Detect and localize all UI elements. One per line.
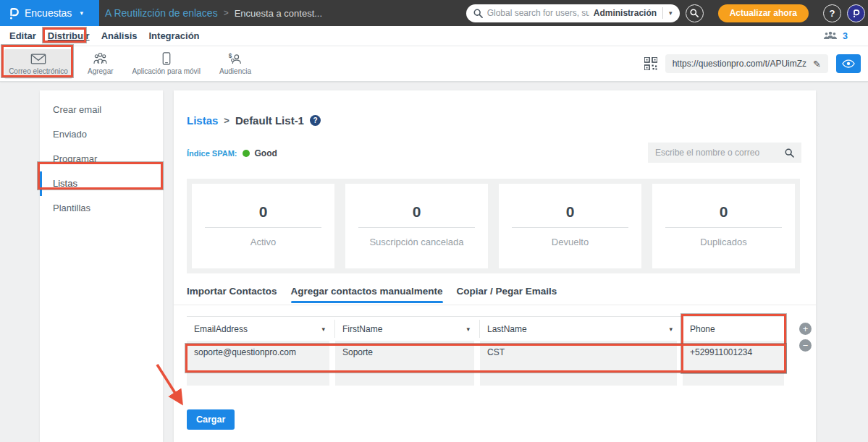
remove-column-button[interactable]: − bbox=[799, 339, 812, 352]
chevron-down-icon[interactable]: ▾ bbox=[669, 9, 673, 17]
contact-firstname-input[interactable] bbox=[335, 341, 474, 363]
survey-nav: Editar Distribuir Análisis Integración 3 bbox=[0, 26, 868, 46]
breadcrumb-separator: > bbox=[224, 115, 229, 126]
collaborators-count: 3 bbox=[843, 31, 848, 41]
stat-card-devuelto: 0 Devuelto bbox=[499, 184, 641, 268]
nav-tab-distribuir[interactable]: Distribuir bbox=[48, 30, 90, 41]
row-tools: + − bbox=[799, 323, 812, 352]
global-search-input[interactable]: Global search for users, surveys, ticket… bbox=[466, 4, 680, 22]
header-search-button[interactable] bbox=[686, 4, 704, 22]
sidebar-item-listas[interactable]: Listas bbox=[40, 171, 163, 196]
stat-label: Duplicados bbox=[652, 237, 795, 247]
contact-email-input[interactable] bbox=[187, 341, 329, 363]
column-header-phone[interactable]: Phone bbox=[683, 317, 784, 341]
chevron-down-icon: ▾ bbox=[466, 326, 470, 333]
envelope-icon bbox=[30, 53, 46, 65]
list-breadcrumb: Listas > Default List-1 ? bbox=[187, 114, 321, 127]
sidebar-item-enviado[interactable]: Enviado bbox=[40, 122, 163, 147]
contact-phone-input[interactable] bbox=[683, 341, 784, 363]
column-label: EmailAddress bbox=[194, 324, 248, 334]
help-button[interactable]: ? bbox=[823, 4, 841, 22]
stat-value: 0 bbox=[192, 203, 334, 221]
distribute-toolbar: Correo electrónico Agregar Aplicación pa… bbox=[0, 46, 868, 82]
upload-contacts-button[interactable]: Cargar bbox=[187, 409, 235, 430]
collaborators-indicator[interactable]: 3 bbox=[823, 31, 848, 41]
breadcrumb: A Reutilizción de enlaces > Encuesta a c… bbox=[105, 7, 322, 19]
update-now-button[interactable]: Actualizar ahora bbox=[718, 4, 809, 22]
share-link-tools: https://questionpro.com/t/APUimZz ✎ bbox=[644, 54, 868, 73]
product-switcher[interactable]: Encuestas ▾ bbox=[0, 0, 99, 26]
contact-lastname-input[interactable] bbox=[480, 363, 677, 386]
list-stats: 0 Activo 0 Suscripción cancelada 0 Devue… bbox=[187, 179, 800, 273]
contact-email-input[interactable] bbox=[187, 363, 329, 386]
qr-code-icon[interactable] bbox=[644, 57, 657, 70]
tab-copiar-pegar-emails[interactable]: Copiar / Pegar Emails bbox=[457, 286, 557, 303]
account-avatar[interactable] bbox=[847, 4, 865, 22]
add-column-button[interactable]: + bbox=[799, 323, 812, 335]
toolbar-item-correo-electronico[interactable]: Correo electrónico bbox=[4, 49, 72, 79]
search-icon[interactable] bbox=[785, 148, 794, 158]
questionpro-avatar-icon bbox=[852, 9, 860, 18]
questionpro-logo-icon bbox=[8, 7, 20, 20]
nav-tab-analisis[interactable]: Análisis bbox=[101, 30, 138, 41]
column-label: LastName bbox=[487, 324, 527, 334]
product-label: Encuestas bbox=[25, 7, 72, 19]
add-contacts-icon bbox=[93, 52, 108, 65]
edit-url-pencil-icon[interactable]: ✎ bbox=[813, 59, 821, 69]
contact-lastname-input[interactable] bbox=[480, 341, 677, 363]
nav-tab-integracion[interactable]: Integración bbox=[149, 30, 200, 41]
spam-index: Índice SPAM: Good bbox=[187, 148, 277, 158]
survey-url-field[interactable]: https://questionpro.com/t/APUimZz ✎ bbox=[665, 54, 828, 73]
sidebar-item-crear-email[interactable]: Crear email bbox=[40, 98, 163, 122]
chevron-down-icon: ▾ bbox=[321, 326, 325, 333]
manual-contacts-table: EmailAddress ▾ FirstName ▾ LastName ▾ Ph… bbox=[187, 316, 784, 386]
search-icon bbox=[473, 9, 483, 18]
lists-panel: Listas > Default List-1 ? Índice SPAM: G… bbox=[174, 90, 816, 442]
preview-survey-button[interactable] bbox=[836, 54, 861, 73]
stat-value: 0 bbox=[499, 203, 641, 221]
stat-label: Activo bbox=[192, 237, 334, 247]
chevron-down-icon: ▾ bbox=[80, 9, 83, 17]
lists-link[interactable]: Listas bbox=[187, 114, 218, 127]
svg-text:$: $ bbox=[229, 53, 232, 59]
divider bbox=[512, 227, 629, 228]
stat-value: 0 bbox=[652, 203, 795, 221]
column-header-lastname[interactable]: LastName ▾ bbox=[480, 317, 677, 341]
survey-url[interactable]: https://questionpro.com/t/APUimZz bbox=[673, 59, 806, 69]
spam-status-dot bbox=[243, 150, 250, 157]
toolbar-item-aplicacion-movil[interactable]: Aplicación para móvil bbox=[123, 49, 211, 79]
toolbar-item-label: Aplicación para móvil bbox=[132, 67, 201, 75]
tab-importar-contactos[interactable]: Importar Contactos bbox=[187, 286, 277, 303]
list-help-icon[interactable]: ? bbox=[310, 115, 321, 126]
mobile-app-icon bbox=[162, 52, 171, 65]
chevron-down-icon: ▾ bbox=[669, 326, 673, 333]
contact-search bbox=[648, 143, 801, 163]
contacts-tabs: Importar Contactos Agregar contactos man… bbox=[187, 286, 557, 303]
contact-search-input[interactable] bbox=[655, 148, 779, 158]
toolbar-item-audiencia[interactable]: $ Audiencia bbox=[210, 49, 261, 79]
tab-agregar-contactos-manualmente[interactable]: Agregar contactos manualmente bbox=[291, 286, 443, 303]
sidebar-item-programar[interactable]: Programar bbox=[40, 147, 163, 171]
spam-index-label: Índice SPAM: bbox=[187, 149, 237, 158]
toolbar-item-agregar[interactable]: Agregar bbox=[78, 49, 123, 79]
toolbar-item-label: Correo electrónico bbox=[9, 67, 68, 75]
nav-tab-editar[interactable]: Editar bbox=[9, 30, 36, 41]
column-label: Phone bbox=[690, 324, 715, 334]
search-icon bbox=[690, 9, 699, 17]
column-header-emailaddress[interactable]: EmailAddress ▾ bbox=[187, 317, 329, 341]
breadcrumb-folder-link[interactable]: A Reutilizción de enlaces bbox=[105, 7, 218, 19]
stat-label: Devuelto bbox=[499, 237, 641, 247]
divider bbox=[174, 305, 816, 305]
sidebar-item-plantillas[interactable]: Plantillas bbox=[40, 196, 163, 221]
header-actions: Global search for users, surveys, ticket… bbox=[466, 0, 865, 26]
stat-card-activo: 0 Activo bbox=[192, 184, 334, 268]
list-name: Default List-1 bbox=[235, 114, 304, 127]
top-header: Encuestas ▾ A Reutilizción de enlaces > … bbox=[0, 0, 868, 26]
divider bbox=[662, 7, 663, 19]
spam-status-value: Good bbox=[254, 148, 277, 158]
contact-firstname-input[interactable] bbox=[335, 363, 474, 386]
contact-phone-input[interactable] bbox=[683, 363, 784, 386]
search-scope-label: Administración bbox=[594, 8, 657, 18]
column-header-firstname[interactable]: FirstName ▾ bbox=[335, 317, 474, 341]
divider bbox=[205, 227, 322, 228]
